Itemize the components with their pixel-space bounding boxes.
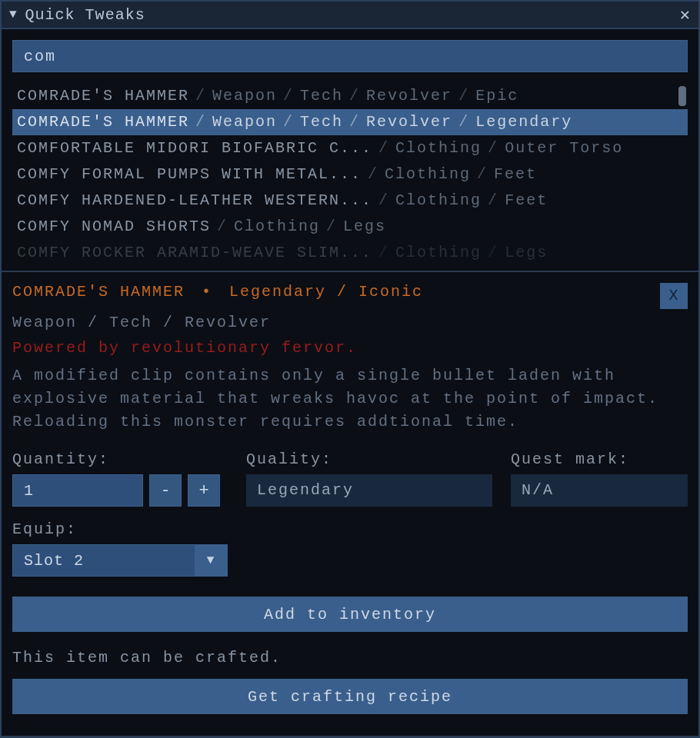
- titlebar[interactable]: ▼ Quick Tweaks ✕: [2, 2, 698, 29]
- path-separator: /: [349, 87, 360, 105]
- result-path-segment: Revolver: [366, 87, 452, 105]
- questmark-label: Quest mark:: [511, 450, 688, 468]
- result-path-segment: Clothing: [395, 244, 482, 261]
- result-item-name: COMRADE'S HAMMER: [17, 113, 189, 131]
- result-row[interactable]: COMFY FORMAL PUMPS WITH METAL.../Clothin…: [12, 161, 688, 188]
- collapse-icon[interactable]: ▼: [9, 8, 18, 22]
- result-path-segment: Clothing: [385, 165, 471, 183]
- path-separator: /: [349, 113, 360, 131]
- detail-flavor-text: Powered by revolutionary fervor.: [12, 339, 688, 357]
- result-path-segment: Tech: [300, 113, 343, 131]
- path-separator: /: [378, 244, 389, 261]
- chevron-down-icon[interactable]: ▼: [195, 544, 227, 577]
- result-item-name: COMFY NOMAD SHORTS: [17, 218, 211, 235]
- path-separator: /: [378, 139, 389, 157]
- quantity-input[interactable]: [12, 474, 143, 507]
- craft-note: This item can be crafted.: [12, 649, 688, 667]
- result-item-name: COMFY FORMAL PUMPS WITH METAL...: [17, 165, 362, 183]
- result-path-segment: Revolver: [366, 113, 452, 131]
- detail-quality-line: Legendary / Iconic: [229, 283, 423, 301]
- result-path-segment: Clothing: [395, 139, 482, 157]
- path-separator: /: [488, 244, 498, 261]
- result-path-segment: Legendary: [475, 113, 572, 131]
- result-item-name: COMFY HARDENED-LEATHER WESTERN...: [17, 191, 372, 209]
- result-path-segment: Clothing: [234, 218, 320, 235]
- result-row[interactable]: COMFY ROCKER ARAMID-WEAVE SLIM.../Clothi…: [12, 240, 688, 264]
- result-path-segment: Weapon: [212, 113, 277, 131]
- questmark-value[interactable]: N/A: [511, 474, 688, 507]
- path-separator: /: [283, 87, 294, 105]
- quality-value[interactable]: Legendary: [246, 474, 492, 507]
- equip-select[interactable]: Slot 2 ▼: [12, 544, 228, 577]
- result-path-segment: Clothing: [395, 191, 482, 209]
- result-path-segment: Legs: [505, 244, 548, 261]
- path-separator: /: [283, 113, 294, 131]
- search-input[interactable]: [12, 40, 688, 72]
- quantity-minus-button[interactable]: -: [149, 474, 182, 507]
- result-path-segment: Tech: [300, 87, 343, 105]
- detail-close-button[interactable]: X: [660, 283, 688, 309]
- result-row[interactable]: COMFORTABLE MIDORI BIOFABRIC C.../Clothi…: [12, 135, 688, 161]
- equip-label: Equip:: [12, 520, 228, 538]
- result-path-segment: Weapon: [212, 87, 277, 105]
- equip-value: Slot 2: [24, 552, 84, 570]
- result-path-segment: Outer Torso: [505, 139, 623, 157]
- bullet-icon: •: [202, 283, 212, 301]
- get-recipe-button[interactable]: Get crafting recipe: [12, 679, 688, 714]
- detail-description: A modified clip contains only a single b…: [12, 364, 688, 434]
- path-separator: /: [368, 165, 378, 183]
- window-title: Quick Tweaks: [25, 6, 145, 24]
- quality-label: Quality:: [246, 450, 492, 468]
- result-row[interactable]: COMRADE'S HAMMER/Weapon/Tech/Revolver/Le…: [12, 109, 688, 135]
- result-row[interactable]: COMFY NOMAD SHORTS/Clothing/Legs: [12, 214, 688, 240]
- quick-tweaks-window: ▼ Quick Tweaks ✕ COMRADE'S HAMMER/Weapon…: [0, 0, 700, 738]
- section-divider: [2, 271, 698, 272]
- result-item-name: COMFY ROCKER ARAMID-WEAVE SLIM...: [17, 244, 372, 261]
- path-separator: /: [477, 165, 488, 183]
- path-separator: /: [458, 87, 469, 105]
- quantity-label: Quantity:: [12, 450, 228, 468]
- path-separator: /: [326, 218, 337, 235]
- result-path-segment: Epic: [475, 87, 518, 105]
- result-path-segment: Feet: [505, 191, 548, 209]
- quantity-plus-button[interactable]: +: [188, 474, 220, 507]
- result-item-name: COMFORTABLE MIDORI BIOFABRIC C...: [17, 139, 372, 157]
- path-separator: /: [195, 87, 206, 105]
- result-path-segment: Feet: [494, 165, 537, 183]
- path-separator: /: [217, 218, 228, 235]
- close-icon[interactable]: ✕: [680, 5, 691, 25]
- results-list[interactable]: COMRADE'S HAMMER/Weapon/Tech/Revolver/Ep…: [12, 83, 688, 264]
- result-path-segment: Legs: [343, 218, 386, 235]
- result-row[interactable]: COMFY HARDENED-LEATHER WESTERN.../Clothi…: [12, 188, 688, 214]
- add-to-inventory-button[interactable]: Add to inventory: [12, 597, 688, 632]
- path-separator: /: [195, 113, 206, 131]
- result-item-name: COMRADE'S HAMMER: [17, 87, 189, 105]
- scrollbar-thumb[interactable]: [678, 86, 686, 106]
- detail-type-line: Weapon / Tech / Revolver: [12, 314, 688, 331]
- path-separator: /: [488, 191, 498, 209]
- result-row[interactable]: COMRADE'S HAMMER/Weapon/Tech/Revolver/Ep…: [12, 83, 688, 109]
- path-separator: /: [378, 191, 389, 209]
- path-separator: /: [458, 113, 469, 131]
- detail-item-name: COMRADE'S HAMMER: [12, 283, 185, 301]
- path-separator: /: [488, 139, 498, 157]
